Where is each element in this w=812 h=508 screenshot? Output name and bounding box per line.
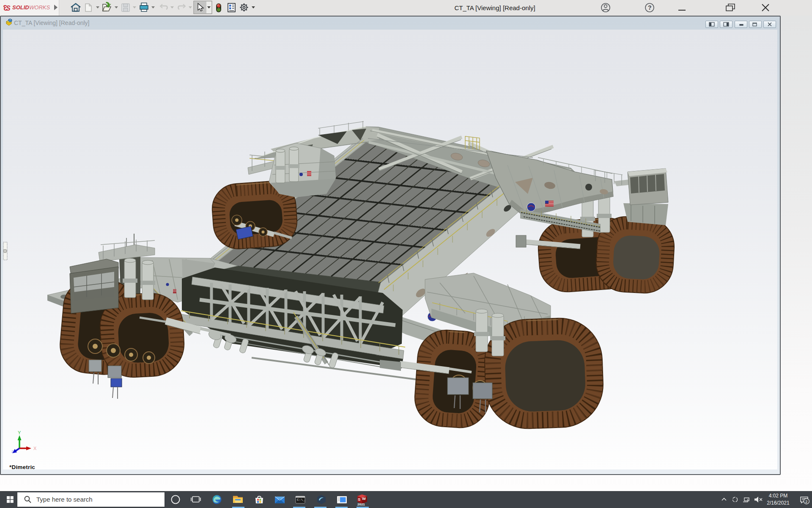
svg-text:SOLID: SOLID xyxy=(12,4,29,11)
svg-text:Y: Y xyxy=(18,430,21,435)
svg-text:2021: 2021 xyxy=(357,502,365,506)
svg-text:?: ? xyxy=(648,4,652,11)
svg-text:W: W xyxy=(362,496,366,501)
svg-text:S: S xyxy=(6,5,11,12)
svg-text:X: X xyxy=(33,446,37,451)
svg-text:C:\_: C:\_ xyxy=(297,498,305,502)
svg-text:2: 2 xyxy=(805,499,807,504)
svg-text:WORKS: WORKS xyxy=(29,4,50,11)
svg-text:S: S xyxy=(358,497,360,502)
svg-text:Z: Z xyxy=(11,450,14,453)
